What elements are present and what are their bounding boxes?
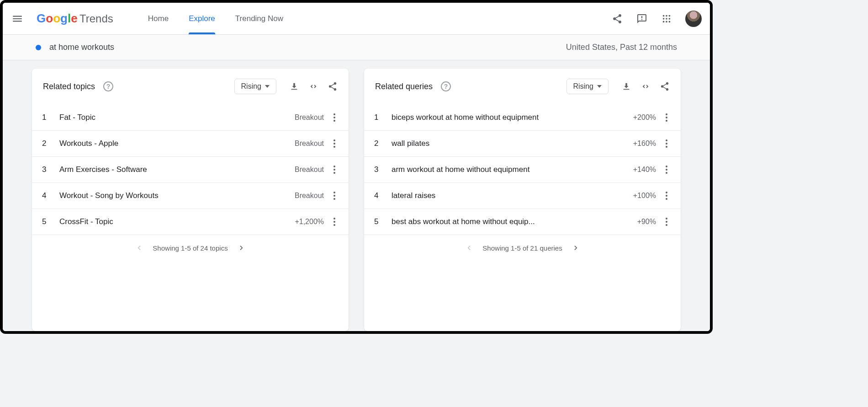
rank: 4 xyxy=(374,191,385,200)
svg-point-2 xyxy=(666,15,667,16)
item-label: Workout - Song by Workouts xyxy=(59,191,295,200)
list-item[interactable]: 4 Workout - Song by Workouts Breakout xyxy=(32,183,349,209)
item-label: arm workout at home without equipment xyxy=(392,165,633,174)
queries-list: 1 biceps workout at home without equipme… xyxy=(364,97,681,235)
more-icon[interactable] xyxy=(662,166,671,174)
logo[interactable]: Google Trends xyxy=(37,12,113,26)
item-label: Fat - Topic xyxy=(59,113,295,122)
svg-point-1 xyxy=(663,15,665,16)
item-metric: Breakout xyxy=(295,139,324,148)
nav-home[interactable]: Home xyxy=(138,3,179,34)
item-label: Arm Exercises - Software xyxy=(59,165,295,174)
series-color-dot xyxy=(36,45,41,50)
list-item[interactable]: 3 Arm Exercises - Software Breakout xyxy=(32,157,349,183)
rank: 2 xyxy=(42,139,53,148)
sort-dropdown[interactable]: Rising xyxy=(566,79,609,94)
card-actions xyxy=(621,81,670,91)
card-title: Related topics xyxy=(43,82,95,91)
card-header: Related topics ? Rising xyxy=(32,69,349,97)
prev-page-icon[interactable] xyxy=(134,243,143,252)
item-label: Workouts - Apple xyxy=(59,139,295,148)
list-item[interactable]: 2 wall pilates +160% xyxy=(364,131,681,157)
help-icon[interactable]: ? xyxy=(441,81,451,91)
header-actions xyxy=(611,11,702,27)
rank: 1 xyxy=(374,113,385,122)
item-metric: +160% xyxy=(633,139,656,148)
svg-point-5 xyxy=(666,18,667,20)
pager-text: Showing 1-5 of 21 queries xyxy=(482,244,562,252)
topics-list: 1 Fat - Topic Breakout 2 Workouts - Appl… xyxy=(32,97,349,235)
nav-trending-now[interactable]: Trending Now xyxy=(225,3,293,34)
svg-point-6 xyxy=(669,18,671,20)
item-label: wall pilates xyxy=(392,139,633,148)
embed-icon[interactable] xyxy=(640,81,651,91)
svg-point-3 xyxy=(669,15,671,16)
subheader: at home workouts United States, Past 12 … xyxy=(3,35,710,60)
rank: 3 xyxy=(374,165,385,174)
next-page-icon[interactable] xyxy=(237,243,246,252)
menu-icon[interactable] xyxy=(11,12,24,25)
sort-dropdown[interactable]: Rising xyxy=(234,79,276,94)
nav: Home Explore Trending Now xyxy=(138,3,293,34)
download-icon[interactable] xyxy=(289,81,299,91)
more-icon[interactable] xyxy=(330,113,339,122)
feedback-icon[interactable] xyxy=(636,13,648,25)
list-item[interactable]: 5 best abs workout at home without equip… xyxy=(364,209,681,235)
card-title: Related queries xyxy=(375,82,433,91)
share-icon[interactable] xyxy=(660,81,670,91)
list-item[interactable]: 3 arm workout at home without equipment … xyxy=(364,157,681,183)
more-icon[interactable] xyxy=(662,218,671,226)
more-icon[interactable] xyxy=(330,139,339,148)
rank: 5 xyxy=(42,217,53,226)
share-icon[interactable] xyxy=(611,13,623,25)
search-term: at home workouts xyxy=(49,43,114,52)
rank: 3 xyxy=(42,165,53,174)
item-metric: Breakout xyxy=(295,113,324,122)
more-icon[interactable] xyxy=(330,166,339,174)
item-metric: +100% xyxy=(633,192,656,200)
chevron-down-icon xyxy=(597,85,602,88)
svg-point-4 xyxy=(663,18,665,20)
rank: 4 xyxy=(42,191,53,200)
nav-explore[interactable]: Explore xyxy=(179,3,225,34)
list-item[interactable]: 4 lateral raises +100% xyxy=(364,183,681,209)
more-icon[interactable] xyxy=(662,113,671,122)
item-label: best abs workout at home without equip..… xyxy=(392,217,637,226)
more-icon[interactable] xyxy=(330,218,339,226)
list-item[interactable]: 2 Workouts - Apple Breakout xyxy=(32,131,349,157)
item-metric: +140% xyxy=(633,166,656,174)
share-icon[interactable] xyxy=(328,81,338,91)
chevron-down-icon xyxy=(265,85,270,88)
pager-text: Showing 1-5 of 24 topics xyxy=(153,244,228,252)
embed-icon[interactable] xyxy=(308,81,318,91)
next-page-icon[interactable] xyxy=(572,243,581,252)
filter-context: United States, Past 12 months xyxy=(566,43,677,52)
svg-point-9 xyxy=(669,21,671,22)
app-frame: { "header": { "logo_trailing": "Trends",… xyxy=(0,0,713,334)
content: Related topics ? Rising 1 Fat - Topic Br… xyxy=(3,60,710,331)
list-item[interactable]: 5 CrossFit - Topic +1,200% xyxy=(32,209,349,235)
apps-grid-icon[interactable] xyxy=(661,13,672,25)
header: Google Trends Home Explore Trending Now xyxy=(3,3,710,35)
item-metric: +200% xyxy=(633,113,656,122)
more-icon[interactable] xyxy=(662,139,671,148)
item-metric: +1,200% xyxy=(295,218,324,226)
item-metric: +90% xyxy=(637,218,656,226)
sort-label: Rising xyxy=(573,82,593,91)
google-logo-icon: Google xyxy=(37,12,79,26)
logo-product-name: Trends xyxy=(79,12,113,25)
rank: 5 xyxy=(374,217,385,226)
prev-page-icon[interactable] xyxy=(464,243,473,252)
list-item[interactable]: 1 biceps workout at home without equipme… xyxy=(364,104,681,131)
item-metric: Breakout xyxy=(295,192,324,200)
item-metric: Breakout xyxy=(295,166,324,174)
more-icon[interactable] xyxy=(662,192,671,200)
download-icon[interactable] xyxy=(621,81,631,91)
svg-point-8 xyxy=(666,21,667,22)
more-icon[interactable] xyxy=(330,192,339,200)
svg-point-7 xyxy=(663,21,665,22)
account-avatar[interactable] xyxy=(685,11,702,27)
list-item[interactable]: 1 Fat - Topic Breakout xyxy=(32,104,349,131)
help-icon[interactable]: ? xyxy=(103,81,113,91)
item-label: biceps workout at home without equipment xyxy=(392,113,633,122)
